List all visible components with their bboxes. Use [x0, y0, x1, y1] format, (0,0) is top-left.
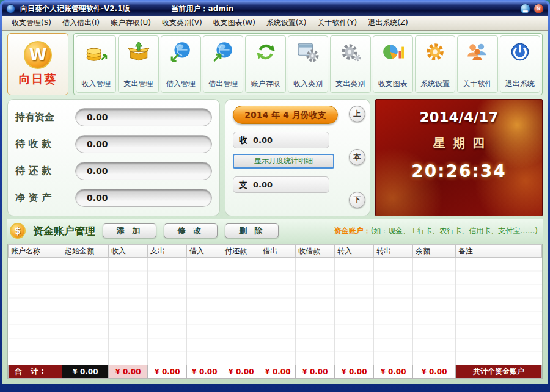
stat-holdings: 持有资金 0.00 [15, 108, 212, 126]
delete-account-button[interactable]: 删 除 [225, 223, 279, 238]
show-monthly-detail-button[interactable]: 显示月度统计明细 [233, 154, 334, 169]
toolbar-lend-out[interactable]: 借出管理 [203, 35, 243, 93]
menu-item-transactions[interactable]: 收支管理(S) [6, 16, 57, 30]
toolbar-account-access[interactable]: 账户存取 [245, 35, 285, 93]
app-icon [6, 4, 15, 13]
col-collect[interactable]: 收借款 [296, 245, 335, 258]
toolbar-lend-out-label: 借出管理 [208, 79, 238, 89]
toolbar-charts[interactable]: 收支图表 [373, 35, 413, 93]
toolbar-income-label: 收入管理 [81, 79, 111, 89]
total-expense: ¥ 0.00 [148, 365, 187, 379]
prev-month-button[interactable]: 上 [349, 106, 365, 122]
toolbar-expense-label: 支出管理 [124, 79, 153, 89]
window-gear-icon [296, 40, 320, 66]
menu-item-settings[interactable]: 系统设置(X) [261, 16, 312, 30]
total-income: ¥ 0.00 [109, 365, 148, 379]
col-expense[interactable]: 支出 [148, 245, 187, 258]
pie-chart-icon [381, 40, 405, 66]
table-empty-body[interactable] [9, 258, 542, 365]
col-income[interactable]: 收入 [109, 245, 148, 258]
stat-holdings-label: 持有资金 [15, 111, 69, 124]
close-button[interactable]: ✕ [534, 4, 544, 14]
col-transfer-out[interactable]: 转出 [374, 245, 413, 258]
toolbar-account-access-label: 账户存取 [251, 79, 280, 89]
table-total-row: 合 计: ¥ 0.00 ¥ 0.00 ¥ 0.00 ¥ 0.00 ¥ 0.00 … [9, 365, 542, 379]
gear-gray-icon [338, 40, 362, 66]
table-header-row: 账户名称 起始金额 收入 支出 借入 付还款 借出 收借款 转入 转出 余额 备… [9, 245, 542, 258]
expense-value: 0.00 [253, 180, 273, 189]
logo-name: 向日葵 [19, 71, 57, 87]
stat-receivable: 待 收 款 0.00 [15, 135, 212, 153]
menu-item-about[interactable]: 关于软件(Y) [312, 16, 362, 30]
power-plug-icon [508, 40, 532, 66]
stat-payable-label: 待 还 款 [15, 165, 69, 178]
menu-item-categories[interactable]: 收支类别(V) [156, 16, 208, 30]
minimize-button[interactable]: ▂ [520, 4, 530, 14]
transfer-arrows-icon [254, 40, 278, 66]
stats-panel: 持有资金 0.00 待 收 款 0.00 待 还 款 0.00 净 资 产 0.… [7, 99, 220, 216]
window-title: 向日葵个人记账管理软件-V2.1版 [20, 4, 130, 14]
add-account-button[interactable]: 添 加 [103, 223, 156, 238]
col-start-amount[interactable]: 起始金额 [62, 245, 109, 258]
accounts-table: 账户名称 起始金额 收入 支出 借入 付还款 借出 收借款 转入 转出 余额 备… [8, 244, 542, 379]
current-month-button[interactable]: 本 [349, 149, 365, 165]
col-borrow-in[interactable]: 借入 [187, 245, 222, 258]
toolbar-expense[interactable]: 支出管理 [118, 35, 158, 93]
toolbar-income[interactable]: 收入管理 [76, 35, 116, 93]
globe-out-icon [211, 40, 235, 66]
stat-receivable-label: 待 收 款 [15, 138, 69, 151]
menu-item-account-access[interactable]: 账户存取(U) [105, 16, 156, 30]
month-title-button[interactable]: 2014 年 4 月份收支 [233, 106, 338, 124]
stat-net-assets-label: 净 资 产 [15, 192, 69, 205]
account-hint-prefix: 资金账户： [334, 227, 371, 235]
edit-account-button[interactable]: 修 改 [164, 223, 218, 238]
app-window: 向日葵个人记账管理软件-V2.1版 当前用户：admin ▂ ✕ 收支管理(S)… [0, 0, 550, 392]
month-nav: 上 本 下 [349, 106, 365, 208]
col-remark[interactable]: 备注 [456, 245, 542, 258]
menu-item-borrow-lend[interactable]: 借入借出(I) [57, 16, 105, 30]
clock-date: 2014/4/17 [376, 109, 542, 125]
stat-payable-value: 0.00 [75, 162, 212, 180]
menu-item-exit[interactable]: 退出系统(Z) [362, 16, 414, 30]
toolbar-exit-label: 退出系统 [505, 79, 535, 89]
coins-icon [84, 40, 108, 66]
account-section-title: 资金账户管理 [33, 224, 95, 238]
account-count-note: 共计个资金账户 [456, 365, 542, 379]
col-account-name[interactable]: 账户名称 [9, 245, 62, 258]
account-hint: 资金账户：(如：现金、工行卡、农行卡、信用卡、支付宝……) [334, 226, 540, 236]
clock-panel: 2014/4/17 星期四 20:26:34 [375, 99, 543, 216]
toolbar-borrow-in-label: 借入管理 [166, 79, 196, 89]
col-repay[interactable]: 付还款 [222, 245, 260, 258]
stat-payable: 待 还 款 0.00 [15, 162, 212, 180]
toolbar-settings[interactable]: 系统设置 [415, 35, 455, 93]
total-start-amount: ¥ 0.00 [62, 365, 109, 379]
toolbar-borrow-in[interactable]: 借入管理 [161, 35, 201, 93]
col-lend-out[interactable]: 借出 [260, 245, 296, 258]
toolbar-expense-category-label: 支出类别 [336, 79, 365, 89]
current-user-label: 当前用户：admin [172, 4, 234, 14]
col-balance[interactable]: 余额 [413, 245, 456, 258]
menu-bar: 收支管理(S) 借入借出(I) 账户存取(U) 收支类别(V) 收支图表(W) … [2, 16, 548, 31]
income-value: 0.00 [253, 136, 273, 145]
next-month-button[interactable]: 下 [349, 192, 365, 208]
total-lend-out: ¥ 0.00 [260, 365, 296, 379]
toolbar-exit[interactable]: 退出系统 [500, 35, 540, 93]
total-borrow-in: ¥ 0.00 [187, 365, 222, 379]
total-label: 合 计: [9, 365, 62, 379]
toolbar-settings-label: 系统设置 [420, 79, 450, 89]
main-content: W 向日葵 收入管理 支出管理 借入管理 借出管理 [2, 31, 548, 384]
title-bar: 向日葵个人记账管理软件-V2.1版 当前用户：admin ▂ ✕ [2, 1, 548, 16]
stat-holdings-value: 0.00 [75, 108, 212, 126]
income-tag: 收 [239, 135, 248, 146]
toolbar: 收入管理 支出管理 借入管理 借出管理 账户存取 [73, 33, 543, 95]
clock-time: 20:26:34 [376, 161, 542, 181]
toolbar-income-category[interactable]: 收入类别 [288, 35, 328, 93]
toolbar-about-label: 关于软件 [463, 79, 492, 89]
total-balance: ¥ 0.00 [413, 365, 456, 379]
monthly-panel: 2014 年 4 月份收支 收 0.00 显示月度统计明细 支 0.00 上 本… [225, 99, 370, 216]
logo-coin-icon: W [24, 41, 52, 69]
toolbar-expense-category[interactable]: 支出类别 [330, 35, 370, 93]
toolbar-about[interactable]: 关于软件 [457, 35, 497, 93]
col-transfer-in[interactable]: 转入 [335, 245, 374, 258]
menu-item-charts[interactable]: 收支图表(W) [208, 16, 261, 30]
